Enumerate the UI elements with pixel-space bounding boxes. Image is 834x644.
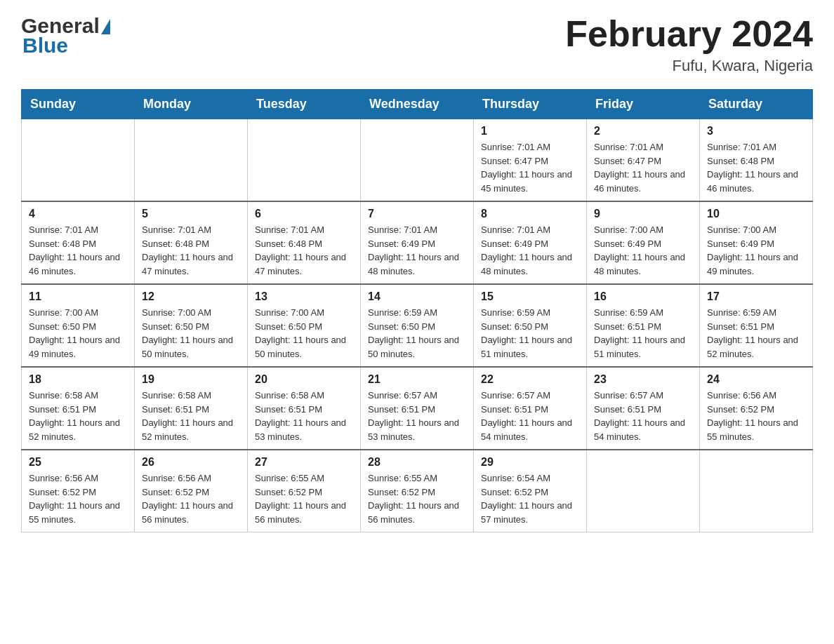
calendar-cell: 27Sunrise: 6:55 AMSunset: 6:52 PMDayligh… xyxy=(248,450,361,532)
location-subtitle: Fufu, Kwara, Nigeria xyxy=(565,57,813,75)
day-number: 23 xyxy=(594,373,692,386)
calendar-cell: 18Sunrise: 6:58 AMSunset: 6:51 PMDayligh… xyxy=(22,367,135,450)
calendar-cell: 6Sunrise: 7:01 AMSunset: 6:48 PMDaylight… xyxy=(248,201,361,284)
weekday-header-sunday: Sunday xyxy=(22,90,135,119)
day-number: 8 xyxy=(481,208,579,220)
day-info: Sunrise: 6:57 AMSunset: 6:51 PMDaylight:… xyxy=(594,389,692,443)
calendar-cell xyxy=(587,450,700,532)
day-info: Sunrise: 6:57 AMSunset: 6:51 PMDaylight:… xyxy=(481,389,579,443)
day-number: 25 xyxy=(29,456,127,469)
day-number: 9 xyxy=(594,208,692,220)
calendar-cell: 22Sunrise: 6:57 AMSunset: 6:51 PMDayligh… xyxy=(474,367,587,450)
day-number: 10 xyxy=(707,208,805,220)
calendar-cell: 7Sunrise: 7:01 AMSunset: 6:49 PMDaylight… xyxy=(361,201,474,284)
calendar-cell xyxy=(22,119,135,202)
calendar-cell xyxy=(700,450,813,532)
day-info: Sunrise: 7:00 AMSunset: 6:49 PMDaylight:… xyxy=(707,223,805,278)
day-number: 6 xyxy=(255,208,353,220)
month-year-title: February 2024 xyxy=(565,14,813,54)
day-info: Sunrise: 7:00 AMSunset: 6:49 PMDaylight:… xyxy=(594,223,692,278)
day-info: Sunrise: 7:01 AMSunset: 6:47 PMDaylight:… xyxy=(594,140,692,195)
calendar-cell: 19Sunrise: 6:58 AMSunset: 6:51 PMDayligh… xyxy=(135,367,248,450)
calendar-cell xyxy=(361,119,474,202)
day-info: Sunrise: 6:58 AMSunset: 6:51 PMDaylight:… xyxy=(255,389,353,443)
day-info: Sunrise: 6:56 AMSunset: 6:52 PMDaylight:… xyxy=(29,471,127,526)
calendar-cell: 9Sunrise: 7:00 AMSunset: 6:49 PMDaylight… xyxy=(587,201,700,284)
day-info: Sunrise: 6:59 AMSunset: 6:51 PMDaylight:… xyxy=(594,306,692,361)
day-number: 13 xyxy=(255,290,353,303)
day-number: 17 xyxy=(707,290,805,303)
day-number: 22 xyxy=(481,373,579,386)
day-number: 21 xyxy=(368,373,466,386)
calendar-cell: 2Sunrise: 7:01 AMSunset: 6:47 PMDaylight… xyxy=(587,119,700,202)
day-number: 14 xyxy=(368,290,466,303)
day-number: 18 xyxy=(29,373,127,386)
logo-blue-text: Blue xyxy=(22,34,68,57)
day-info: Sunrise: 6:59 AMSunset: 6:51 PMDaylight:… xyxy=(707,306,805,361)
day-info: Sunrise: 7:00 AMSunset: 6:50 PMDaylight:… xyxy=(142,306,240,361)
weekday-header-monday: Monday xyxy=(135,90,248,119)
day-number: 5 xyxy=(142,208,240,220)
day-info: Sunrise: 6:57 AMSunset: 6:51 PMDaylight:… xyxy=(368,389,466,443)
weekday-header-tuesday: Tuesday xyxy=(248,90,361,119)
logo-triangle-icon xyxy=(101,19,110,34)
calendar-table: SundayMondayTuesdayWednesdayThursdayFrid… xyxy=(21,89,813,532)
calendar-cell: 8Sunrise: 7:01 AMSunset: 6:49 PMDaylight… xyxy=(474,201,587,284)
calendar-cell: 29Sunrise: 6:54 AMSunset: 6:52 PMDayligh… xyxy=(474,450,587,532)
calendar-cell: 24Sunrise: 6:56 AMSunset: 6:52 PMDayligh… xyxy=(700,367,813,450)
day-info: Sunrise: 7:01 AMSunset: 6:49 PMDaylight:… xyxy=(481,223,579,278)
weekday-header-wednesday: Wednesday xyxy=(361,90,474,119)
day-number: 2 xyxy=(594,125,692,137)
day-number: 19 xyxy=(142,373,240,386)
day-number: 1 xyxy=(481,125,579,137)
calendar-cell: 25Sunrise: 6:56 AMSunset: 6:52 PMDayligh… xyxy=(22,450,135,532)
title-section: February 2024 Fufu, Kwara, Nigeria xyxy=(565,14,813,75)
day-number: 16 xyxy=(594,290,692,303)
day-number: 29 xyxy=(481,456,579,469)
calendar-cell: 21Sunrise: 6:57 AMSunset: 6:51 PMDayligh… xyxy=(361,367,474,450)
day-info: Sunrise: 6:56 AMSunset: 6:52 PMDaylight:… xyxy=(142,471,240,526)
calendar-cell: 15Sunrise: 6:59 AMSunset: 6:50 PMDayligh… xyxy=(474,284,587,367)
calendar-cell: 28Sunrise: 6:55 AMSunset: 6:52 PMDayligh… xyxy=(361,450,474,532)
day-number: 15 xyxy=(481,290,579,303)
calendar-week-row: 1Sunrise: 7:01 AMSunset: 6:47 PMDaylight… xyxy=(22,119,813,202)
calendar-week-row: 4Sunrise: 7:01 AMSunset: 6:48 PMDaylight… xyxy=(22,201,813,284)
day-info: Sunrise: 7:00 AMSunset: 6:50 PMDaylight:… xyxy=(29,306,127,361)
calendar-cell: 17Sunrise: 6:59 AMSunset: 6:51 PMDayligh… xyxy=(700,284,813,367)
logo: General Blue xyxy=(21,14,110,58)
day-number: 3 xyxy=(707,125,805,137)
calendar-cell: 10Sunrise: 7:00 AMSunset: 6:49 PMDayligh… xyxy=(700,201,813,284)
calendar-week-row: 11Sunrise: 7:00 AMSunset: 6:50 PMDayligh… xyxy=(22,284,813,367)
calendar-cell: 14Sunrise: 6:59 AMSunset: 6:50 PMDayligh… xyxy=(361,284,474,367)
day-number: 26 xyxy=(142,456,240,469)
day-number: 27 xyxy=(255,456,353,469)
calendar-cell: 1Sunrise: 7:01 AMSunset: 6:47 PMDaylight… xyxy=(474,119,587,202)
day-info: Sunrise: 7:01 AMSunset: 6:48 PMDaylight:… xyxy=(707,140,805,195)
calendar-cell: 23Sunrise: 6:57 AMSunset: 6:51 PMDayligh… xyxy=(587,367,700,450)
calendar-cell: 26Sunrise: 6:56 AMSunset: 6:52 PMDayligh… xyxy=(135,450,248,532)
weekday-header-saturday: Saturday xyxy=(700,90,813,119)
weekday-header-friday: Friday xyxy=(587,90,700,119)
calendar-cell: 20Sunrise: 6:58 AMSunset: 6:51 PMDayligh… xyxy=(248,367,361,450)
day-info: Sunrise: 7:01 AMSunset: 6:48 PMDaylight:… xyxy=(255,223,353,278)
calendar-cell: 3Sunrise: 7:01 AMSunset: 6:48 PMDaylight… xyxy=(700,119,813,202)
calendar-cell xyxy=(248,119,361,202)
day-info: Sunrise: 7:01 AMSunset: 6:48 PMDaylight:… xyxy=(142,223,240,278)
calendar-cell xyxy=(135,119,248,202)
page-header: General Blue February 2024 Fufu, Kwara, … xyxy=(21,14,813,75)
calendar-cell: 11Sunrise: 7:00 AMSunset: 6:50 PMDayligh… xyxy=(22,284,135,367)
day-number: 7 xyxy=(368,208,466,220)
day-info: Sunrise: 7:01 AMSunset: 6:47 PMDaylight:… xyxy=(481,140,579,195)
day-info: Sunrise: 6:55 AMSunset: 6:52 PMDaylight:… xyxy=(255,471,353,526)
day-number: 11 xyxy=(29,290,127,303)
day-info: Sunrise: 6:59 AMSunset: 6:50 PMDaylight:… xyxy=(481,306,579,361)
day-number: 20 xyxy=(255,373,353,386)
weekday-header-thursday: Thursday xyxy=(474,90,587,119)
day-number: 12 xyxy=(142,290,240,303)
day-info: Sunrise: 6:58 AMSunset: 6:51 PMDaylight:… xyxy=(29,389,127,443)
calendar-week-row: 25Sunrise: 6:56 AMSunset: 6:52 PMDayligh… xyxy=(22,450,813,532)
day-info: Sunrise: 6:58 AMSunset: 6:51 PMDaylight:… xyxy=(142,389,240,443)
calendar-cell: 12Sunrise: 7:00 AMSunset: 6:50 PMDayligh… xyxy=(135,284,248,367)
day-info: Sunrise: 6:59 AMSunset: 6:50 PMDaylight:… xyxy=(368,306,466,361)
day-info: Sunrise: 7:00 AMSunset: 6:50 PMDaylight:… xyxy=(255,306,353,361)
